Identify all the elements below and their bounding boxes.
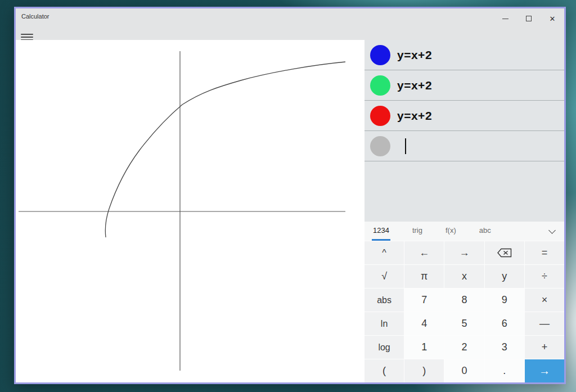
backspace-icon: [497, 248, 512, 258]
key-add[interactable]: +: [525, 336, 564, 359]
key-close-paren[interactable]: ): [404, 359, 444, 382]
math-keyboard: 1234 trig f(x) abc ^ ← →: [364, 222, 564, 382]
key-7[interactable]: 7: [404, 289, 444, 312]
equation-text: y=x+2: [397, 79, 432, 92]
equation-text: y=x+2: [397, 109, 432, 123]
key-1[interactable]: 1: [404, 336, 444, 359]
equation-text: y=x+2: [397, 48, 432, 62]
minimize-button[interactable]: [493, 8, 517, 29]
key-caret[interactable]: ^: [364, 241, 404, 264]
key-0[interactable]: 0: [444, 359, 484, 382]
curve-color-dot-blue[interactable]: [370, 45, 390, 65]
curve-color-dot-red[interactable]: [370, 106, 390, 126]
key-dot[interactable]: .: [485, 359, 524, 382]
key-log[interactable]: log: [364, 336, 404, 359]
key-3[interactable]: 3: [485, 336, 524, 359]
key-2[interactable]: 2: [444, 336, 484, 359]
key-enter[interactable]: →: [525, 359, 564, 382]
curve-color-dot-green[interactable]: [370, 75, 390, 96]
key-divide[interactable]: ÷: [525, 265, 564, 288]
tab-1234[interactable]: 1234: [372, 222, 390, 241]
key-subtract[interactable]: —: [525, 312, 564, 335]
key-ln[interactable]: ln: [364, 312, 404, 335]
equation-row[interactable]: y=x+2: [364, 101, 564, 131]
key-5[interactable]: 5: [444, 312, 484, 335]
maximize-icon: [526, 16, 532, 21]
keyboard-tabs: 1234 trig f(x) abc: [364, 222, 564, 241]
tab-fx[interactable]: f(x): [444, 222, 457, 241]
chevron-down-icon[interactable]: [550, 228, 555, 233]
close-icon: ✕: [550, 15, 556, 23]
calculator-window: Calculator ✕ y=x+2 y=x+2: [14, 7, 566, 384]
window-controls: ✕: [493, 8, 564, 29]
graph-canvas[interactable]: [16, 40, 364, 382]
key-6[interactable]: 6: [485, 312, 524, 335]
key-equals[interactable]: =: [525, 241, 564, 264]
key-backspace[interactable]: [485, 241, 524, 264]
key-sqrt[interactable]: √: [364, 265, 404, 288]
key-9[interactable]: 9: [485, 289, 524, 312]
key-4[interactable]: 4: [404, 312, 444, 335]
tab-trig[interactable]: trig: [411, 222, 424, 241]
key-left-arrow[interactable]: ←: [404, 241, 444, 264]
key-grid: ^ ← → = √ π x y ÷: [364, 241, 564, 382]
text-cursor: [405, 138, 406, 154]
key-pi[interactable]: π: [404, 265, 444, 288]
key-right-arrow[interactable]: →: [444, 241, 484, 264]
equation-row[interactable]: y=x+2: [364, 70, 564, 101]
key-abs[interactable]: abs: [364, 289, 404, 312]
window-title: Calculator: [21, 13, 50, 20]
plotted-curve: [105, 62, 345, 237]
title-bar[interactable]: Calculator ✕: [16, 8, 564, 40]
maximize-button[interactable]: [517, 8, 541, 29]
key-multiply[interactable]: ×: [525, 289, 564, 312]
key-y[interactable]: y: [485, 265, 524, 288]
close-button[interactable]: ✕: [541, 8, 564, 29]
key-open-paren[interactable]: (: [364, 359, 404, 382]
curve-color-dot-gray[interactable]: [370, 136, 390, 156]
key-8[interactable]: 8: [444, 289, 484, 312]
panel-spacer: [364, 161, 564, 222]
minimize-icon: [502, 19, 508, 19]
tab-abc[interactable]: abc: [478, 222, 492, 241]
key-x[interactable]: x: [444, 265, 484, 288]
equation-panel: y=x+2 y=x+2 y=x+2 1234 trig f(x): [364, 40, 564, 382]
equation-input-row[interactable]: [364, 131, 564, 161]
equation-row[interactable]: y=x+2: [364, 40, 564, 70]
graph-plot: [16, 40, 364, 382]
